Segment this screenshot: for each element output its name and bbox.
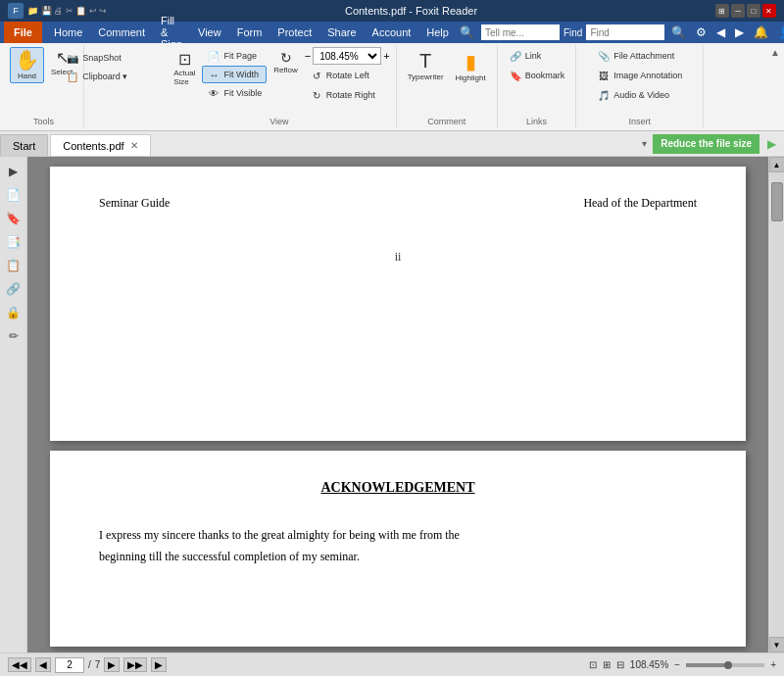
minimize-button[interactable]: ─ [731,4,745,18]
pdf-body-line1: I express my sincere thanks to the great… [99,525,697,547]
sidebar-pages-btn[interactable]: 📄 [3,184,24,206]
protect-menu[interactable]: Protect [270,22,319,43]
search-btn-icon[interactable]: 🔍 [668,25,689,39]
sidebar-security-btn[interactable]: 🔒 [3,302,24,323]
fit-view-icon[interactable]: ⊡ [589,659,597,670]
zoom-percent-display: 108.45% [630,659,668,670]
audio-video-btn[interactable]: 🎵 Audio & Video [592,86,687,104]
file-attachment-btn[interactable]: 📎 File Attachment [592,47,687,65]
sidebar-notes-btn[interactable]: 📋 [3,255,24,276]
zoom-plus-icon[interactable]: + [383,50,389,62]
user-icon[interactable]: 👤 [775,25,784,39]
prev-page-btn[interactable]: ◀ [35,657,51,672]
rotate-left-btn[interactable]: ↺ Rotate Left [305,67,390,84]
start-tab[interactable]: Start [0,134,48,156]
sidebar-expand-btn[interactable]: ▶ [3,161,24,182]
fullscreen-icon[interactable]: ⊞ [603,659,611,670]
links-group: 🔗 Link 🔖 Bookmark Links [498,45,577,128]
first-page-btn[interactable]: ◀◀ [8,657,31,672]
close-button[interactable]: ✕ [762,4,776,18]
last-page-btn[interactable]: ▶▶ [123,657,147,672]
reduce-file-size-btn[interactable]: Reduce the file size [653,134,760,154]
find-input[interactable] [586,24,664,40]
tab-bar: Start Contents.pdf ✕ ▾ Reduce the file s… [0,131,784,157]
hand-tool-btn[interactable]: ✋ Hand [10,47,44,83]
insert-group-label: Insert [576,117,703,126]
rotate-right-btn[interactable]: ↻ Rotate Right [305,86,390,104]
fit-visible-btn[interactable]: 👁 Fit Visible [202,84,267,102]
maximize-button[interactable]: □ [747,4,760,18]
actual-size-btn[interactable]: ⊡ ActualSize [169,47,200,89]
sidebar-links-btn[interactable]: 🔗 [3,278,24,300]
next-page-btn[interactable]: ▶ [104,657,120,672]
window-controls[interactable]: ⊞ ─ □ ✕ [715,4,776,18]
current-pdf-tab[interactable]: Contents.pdf ✕ [50,134,150,156]
fit-visible-icon: 👁 [207,86,220,100]
image-annotation-btn[interactable]: 🖼 Image Annotation [592,67,687,84]
pdf-viewer[interactable]: Seminar Guide Head of the Department ii … [27,157,768,652]
scroll-down-btn[interactable]: ▼ [769,637,785,652]
scroll-thumb[interactable] [771,182,783,221]
zoom-section: − 108.45% 50% 75% 100% 125% 150% + ↺ Rot… [305,47,390,118]
hand-icon: ✋ [15,50,39,70]
find-label: Find [564,27,582,38]
tab-bar-right: ▾ Reduce the file size ▶ [640,131,784,156]
link-btn[interactable]: 🔗 Link [504,47,570,65]
fit-page-label: Fit Page [223,51,257,61]
fit-page-btn[interactable]: 📄 Fit Page [202,47,267,65]
forward-icon[interactable]: ▶ [732,25,747,39]
home-menu[interactable]: Home [46,22,90,43]
reflow-btn[interactable]: ↻ Reflow [269,47,302,77]
bookmark-btn[interactable]: 🔖 Bookmark [504,67,570,84]
app-icon: F [8,3,24,19]
view-menu[interactable]: View [190,22,229,43]
search-icon: 🔍 [457,25,477,39]
help-menu[interactable]: Help [418,22,457,43]
insert-group: 📎 File Attachment 🖼 Image Annotation 🎵 A… [576,45,704,128]
reflow-icon: ↻ [280,50,292,66]
fit-width-btn[interactable]: ↔ Fit Width [202,66,267,83]
page-number-input[interactable] [55,657,84,673]
tab-dropdown-btn[interactable]: ▾ [640,136,649,151]
back-icon[interactable]: ◀ [713,25,728,39]
tell-me-input[interactable] [481,24,560,40]
account-menu[interactable]: Account [365,22,419,43]
zoom-minus-icon[interactable]: − [305,50,311,62]
fill-sign-menu[interactable]: Fill & Sign [153,22,190,43]
zoom-select[interactable]: 108.45% 50% 75% 100% 125% 150% [313,47,381,65]
zoom-minus-btn[interactable]: − [674,659,680,670]
bell-icon[interactable]: 🔔 [751,25,771,39]
status-bar: ◀◀ ◀ / 7 ▶ ▶▶ ▶ ⊡ ⊞ ⊟ 108.45% − + [0,652,784,676]
reduce-arrow-icon[interactable]: ▶ [763,137,780,151]
file-menu[interactable]: File [4,22,42,43]
sidebar-edit-btn[interactable]: ✏ [3,325,24,347]
split-view-icon[interactable]: ⊟ [616,659,624,670]
clipboard-btn[interactable]: 📋 Clipboard ▾ [61,68,132,85]
share-menu[interactable]: Share [319,22,364,43]
zoom-plus-btn[interactable]: + [770,659,776,670]
typewriter-btn[interactable]: T Typewriter [403,47,449,84]
fit-width-label: Fit Width [223,70,259,79]
form-menu[interactable]: Form [229,22,270,43]
start-tab-label: Start [13,140,35,152]
grid-icon[interactable]: ⊞ [715,4,729,18]
scroll-up-btn[interactable]: ▲ [769,157,785,172]
play-btn[interactable]: ▶ [151,657,167,672]
comment-menu[interactable]: Comment [90,22,153,43]
scroll-track[interactable] [770,172,784,637]
highlight-btn[interactable]: ▮ Highlight [451,47,491,85]
ribbon-collapse-btn[interactable]: ▲ [770,47,780,58]
tab-close-btn[interactable]: ✕ [130,140,138,151]
pdf-body-text: I express my sincere thanks to the great… [99,525,697,567]
settings-icon[interactable]: ⚙ [693,25,710,39]
sidebar-layers-btn[interactable]: 📑 [3,231,24,253]
window-title: Contents.pdf - Foxit Reader [345,5,477,17]
right-scrollbar[interactable]: ▲ ▼ [768,157,784,652]
pdf-page-1: Seminar Guide Head of the Department ii [50,167,746,441]
zoom-slider[interactable] [686,663,764,667]
sidebar-bookmarks-btn[interactable]: 🔖 [3,208,24,229]
fit-visible-label: Fit Visible [223,88,262,98]
snapshot-btn[interactable]: 📷 SnapShot [61,49,132,67]
tools-group: ✋ Hand ↖ Select 📷 SnapShot 📋 Clipboard ▾… [4,45,84,128]
title-bar-icons: 📁 💾 🖨 ✂ 📋 ↩ ↪ [27,6,107,16]
